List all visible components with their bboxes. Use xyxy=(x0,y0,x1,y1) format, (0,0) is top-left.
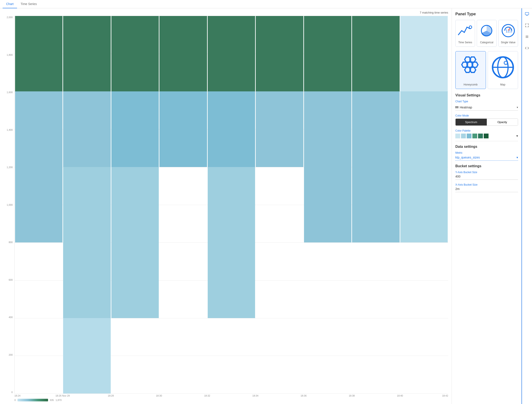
icon-bar xyxy=(521,8,532,404)
segment xyxy=(208,91,255,167)
palette-chevron: ▾ xyxy=(516,134,518,138)
x-label-1838: 18:38 xyxy=(328,394,376,397)
y-label-1800: 1,800 xyxy=(6,53,13,56)
bar-col-7 xyxy=(304,16,351,393)
x-axis-bucket-field: X-Axis Bucket Size 2m xyxy=(455,183,518,192)
metric-label: Metric xyxy=(455,151,518,154)
right-panel: Panel Type Time Series xyxy=(452,8,521,404)
map-label: Map xyxy=(490,83,516,86)
spectrum-btn[interactable]: Spectrum xyxy=(456,119,487,125)
panel-type-honeycomb[interactable]: Honeycomb xyxy=(455,51,486,89)
swatch-3 xyxy=(467,134,471,138)
honeycomb-label: Honeycomb xyxy=(457,83,484,86)
segment xyxy=(159,91,207,167)
legend-max: 1,870 xyxy=(56,399,62,401)
y-label-1000: 1,000 xyxy=(6,203,13,206)
bucket-settings-title: Bucket settings xyxy=(455,164,518,168)
segment xyxy=(256,16,303,91)
visual-settings-title: Visual Settings xyxy=(455,93,518,97)
swatch-1 xyxy=(455,134,460,138)
x-axis: 18:24 18:26 Nov 29 18:28 18:30 18:32 18:… xyxy=(14,393,448,397)
y-axis-bucket-label: Y-Axis Bucket Size xyxy=(455,171,518,174)
chart-plot-area xyxy=(14,16,448,393)
segment xyxy=(111,167,159,318)
x-label-1832: 18:32 xyxy=(183,394,231,397)
legend-mid: 935 xyxy=(50,399,54,401)
x-label-1834: 18:34 xyxy=(231,394,279,397)
y-label-200: 200 xyxy=(9,353,13,356)
heatmap-bars xyxy=(15,16,448,393)
segment xyxy=(63,318,110,393)
legend-min: 0 xyxy=(14,399,16,401)
bar-col-2 xyxy=(63,16,110,393)
chart-type-chevron: ▾ xyxy=(517,106,518,109)
x-label-1824: 18:24 xyxy=(14,394,38,397)
y-axis: 2,000 1,800 1,600 1,400 1,200 1,000 800 … xyxy=(4,16,14,393)
time-series-icon xyxy=(457,23,473,40)
metric-chevron: ▾ xyxy=(517,156,518,159)
color-palette-label: Color Palette xyxy=(455,129,518,132)
segment xyxy=(111,91,159,167)
swatch-5 xyxy=(478,134,483,138)
panel-type-time-series[interactable]: Time Series xyxy=(455,20,475,47)
chart-area: 2,000 1,800 1,600 1,400 1,200 1,000 800 … xyxy=(4,16,448,393)
x-label-1842: 18:42 xyxy=(424,394,448,397)
chart-legend: 0 935 1,870 xyxy=(14,399,448,401)
svg-point-16 xyxy=(505,62,507,64)
y-label-1200: 1,200 xyxy=(6,166,13,169)
metric-value: ktp_queues_sizes xyxy=(455,156,480,159)
segment xyxy=(208,16,255,91)
code-icon-btn[interactable] xyxy=(524,45,530,52)
x-label-1836: 18:36 xyxy=(279,394,328,397)
y-axis-bucket-field: Y-Axis Bucket Size 400 xyxy=(455,171,518,180)
color-palette-swatches xyxy=(455,134,488,138)
color-mode-label: Color Mode xyxy=(455,114,518,117)
segment xyxy=(159,16,207,91)
segment xyxy=(208,167,255,318)
y-axis-bucket-value: 400 xyxy=(455,175,518,180)
bar-col-8 xyxy=(352,16,399,393)
bar-col-6 xyxy=(256,16,303,393)
bar-col-5 xyxy=(208,16,255,393)
time-series-label: Time Series xyxy=(457,41,473,44)
chart-type-label: Chart Type xyxy=(455,100,518,103)
panel-type-grid: Time Series Categorical xyxy=(455,20,518,47)
metric-dropdown[interactable]: ktp_queues_sizes ▾ xyxy=(455,156,518,161)
bar-col-1 xyxy=(15,16,63,393)
y-label-800: 800 xyxy=(9,241,13,244)
swatch-2 xyxy=(461,134,466,138)
main-content: Chart Time Series 7 matching time series… xyxy=(0,0,532,404)
legend-gradient xyxy=(18,399,48,401)
y-label-1600: 1,600 xyxy=(6,91,13,94)
panel-type-single-value[interactable]: 123 Single Value xyxy=(498,20,518,47)
chart-container: 7 matching time series 2,000 1,800 1,600… xyxy=(0,8,452,404)
swatch-6 xyxy=(484,134,488,138)
segment xyxy=(63,167,110,318)
bar-col-3 xyxy=(111,16,159,393)
swatch-4 xyxy=(472,134,477,138)
x-label-1830: 18:30 xyxy=(135,394,183,397)
shrink-icon-btn[interactable] xyxy=(524,22,530,29)
segment xyxy=(400,91,448,242)
y-label-1400: 1,400 xyxy=(6,129,13,131)
opacity-btn[interactable]: Opacity xyxy=(487,119,518,125)
chart-type-dropdown[interactable]: Heatmap ▾ xyxy=(455,104,518,111)
single-value-icon: 123 xyxy=(500,23,516,40)
x-label-1840: 18:40 xyxy=(376,394,424,397)
matching-label: 7 matching time series xyxy=(4,11,448,14)
tab-chart[interactable]: Chart xyxy=(3,0,17,8)
segment xyxy=(304,91,351,242)
map-icon xyxy=(490,54,516,82)
panel-type-map[interactable]: Map xyxy=(488,51,518,89)
x-label-1826: 18:26 Nov 29 xyxy=(38,394,87,397)
segment xyxy=(63,91,110,167)
segment xyxy=(256,91,303,167)
monitor-icon-btn[interactable] xyxy=(524,11,530,18)
data-settings-title: Data settings xyxy=(455,145,518,149)
panel-type-categorical[interactable]: Categorical xyxy=(477,20,496,47)
x-axis-bucket-value: 2m xyxy=(455,187,518,192)
svg-rect-17 xyxy=(525,13,529,15)
list-icon-btn[interactable] xyxy=(524,34,530,41)
tab-time-series[interactable]: Time Series xyxy=(17,0,40,8)
bar-col-9 xyxy=(400,16,448,393)
